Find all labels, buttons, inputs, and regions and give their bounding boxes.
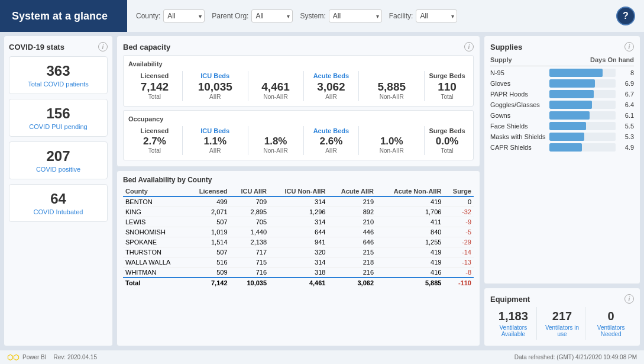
occ-header-2 xyxy=(251,127,301,134)
table-row-county: LEWIS xyxy=(123,217,187,227)
facility-select[interactable]: All xyxy=(416,9,457,22)
supply-bar-container xyxy=(549,79,616,88)
table-row-icu-aiir: 716 xyxy=(230,268,270,278)
stat-card-3: 64 COVID Intubated xyxy=(9,184,108,222)
county-select-wrapper[interactable]: All ▾ xyxy=(163,9,205,22)
table-row-surge: -8 xyxy=(444,268,474,278)
avail-value-2: 4,461 xyxy=(251,80,301,94)
table-row-licensed: 516 xyxy=(187,257,230,268)
county-select[interactable]: All xyxy=(163,9,205,22)
equipment-title: Equipment xyxy=(490,295,530,304)
covid-stats-info-icon[interactable]: i xyxy=(98,42,108,51)
bed-capacity-info-icon[interactable]: i xyxy=(464,42,474,51)
supply-bar xyxy=(549,122,586,130)
supply-name: CAPR Shields xyxy=(490,144,549,151)
occ-value-1: 1.1% xyxy=(185,136,245,147)
occ-header-1: ICU Beds xyxy=(185,127,245,134)
equip-label-1[interactable]: Ventilators in use xyxy=(541,324,584,337)
table-row-acute-aiir: 892 xyxy=(328,207,376,217)
avail-cell-5: Surge Beds 110 Total xyxy=(426,71,468,101)
facility-select-wrapper[interactable]: All ▾ xyxy=(416,9,457,22)
availability-title: Availability xyxy=(128,60,468,67)
col-acute-aiir: Acute AIIR xyxy=(328,186,376,197)
table-row-licensed: 1,019 xyxy=(187,227,230,237)
occ-sub-1: AIIR xyxy=(185,147,245,154)
table-row-acute-aiir: 218 xyxy=(328,257,376,268)
supplies-title: Supplies xyxy=(490,43,522,51)
table-row-acute-non: 419 xyxy=(376,197,444,207)
table-row-icu-non: 4,461 xyxy=(269,278,328,288)
avail-header-0: Licensed xyxy=(130,72,180,79)
footer-rev: Rev: 2020.04.15 xyxy=(54,354,97,360)
table-row-surge: -9 xyxy=(444,217,474,227)
occ-cell-1: ICU Beds 1.1% AIIR xyxy=(184,126,247,155)
table-row-icu-aiir: 709 xyxy=(230,197,270,207)
stat-card-0: 363 Total COVID patients xyxy=(9,56,108,94)
parent-org-filter-group: Parent Org: All ▾ xyxy=(212,9,293,22)
filter-bar: County: All ▾ Parent Org: All ▾ System: xyxy=(127,0,644,32)
footer: ⬡⬡ Power BI Rev: 2020.04.15 Data refresh… xyxy=(0,350,644,364)
table-row-county: SPOKANE xyxy=(123,237,187,247)
col-surge: Surge xyxy=(444,186,474,197)
occ-cell-5: Surge Beds 0.0% Total xyxy=(426,126,468,155)
supply-bar-container xyxy=(549,122,616,130)
supplies-info-icon[interactable]: i xyxy=(624,42,634,51)
table-row-acute-aiir: 216 xyxy=(328,268,376,278)
table-row-icu-aiir: 715 xyxy=(230,257,270,268)
stat-card-1: 156 COVID PUI pending xyxy=(9,99,108,137)
county-table: County Licensed ICU AIIR ICU Non-AIIR Ac… xyxy=(123,186,474,288)
help-button[interactable]: ? xyxy=(616,7,635,25)
table-row-licensed: 509 xyxy=(187,268,230,278)
col-acute-non: Acute Non-AIIR xyxy=(376,186,444,197)
system-label: System: xyxy=(300,12,325,20)
avail-header-5: Surge Beds xyxy=(427,72,467,79)
occupancy-title: Occupancy xyxy=(128,115,468,123)
occ-value-2: 1.8% xyxy=(251,136,301,147)
stat-value-2: 207 xyxy=(15,148,101,165)
equip-label-0[interactable]: Ventilators Available xyxy=(491,324,535,337)
table-row-acute-non: 411 xyxy=(376,217,444,227)
table-row-acute-aiir: 446 xyxy=(328,227,376,237)
right-panel: Supplies i Supply Days On hand N-95 8 Gl… xyxy=(484,36,640,346)
equipment-info-icon[interactable]: i xyxy=(624,294,634,304)
system-select[interactable]: All xyxy=(329,9,382,22)
supply-bar xyxy=(549,133,584,141)
table-row-icu-non: 314 xyxy=(269,217,328,227)
table-row-icu-non: 314 xyxy=(269,257,328,268)
stat-label-3[interactable]: COVID Intubated xyxy=(15,208,101,215)
col-county: County xyxy=(123,186,187,197)
facility-filter-group: Facility: All ▾ xyxy=(389,9,458,22)
parent-org-label: Parent Org: xyxy=(212,12,248,20)
table-row-icu-aiir: 1,440 xyxy=(230,227,270,237)
stat-label-0[interactable]: Total COVID patients xyxy=(15,80,101,88)
supply-value: 8 xyxy=(619,69,634,76)
avail-sub-4: Non-AIIR xyxy=(361,94,422,100)
avail-sub-2: Non-AIIR xyxy=(251,94,301,100)
supply-name: Goggles/Glasses xyxy=(490,101,549,108)
avail-header-4 xyxy=(361,72,422,79)
avail-value-1: 10,035 xyxy=(185,80,245,94)
stat-label-1[interactable]: COVID PUI pending xyxy=(15,123,101,130)
avail-sub-0: Total xyxy=(130,94,180,100)
supply-bar xyxy=(549,79,595,88)
table-row-county: WALLA WALLA xyxy=(123,257,187,268)
days-col-header: Days On hand xyxy=(590,56,634,63)
equip-label-2[interactable]: Ventilators Needed xyxy=(589,324,633,337)
stat-label-2[interactable]: COVID positive xyxy=(15,166,101,173)
table-row-icu-non: 941 xyxy=(269,237,328,247)
system-select-wrapper[interactable]: All ▾ xyxy=(329,9,382,22)
supply-value: 6.9 xyxy=(619,80,634,87)
supply-name: Masks with Shields xyxy=(490,133,549,140)
occ-sub-5: Total xyxy=(427,147,467,154)
supply-name: Gloves xyxy=(490,80,549,87)
supply-row: CAPR Shields 4.9 xyxy=(490,143,634,152)
col-icu-non: ICU Non-AIIR xyxy=(269,186,328,197)
occ-sub-0: Total xyxy=(130,147,180,154)
parent-org-select-wrapper[interactable]: All ▾ xyxy=(251,9,293,22)
supply-bar-container xyxy=(549,101,616,109)
parent-org-select[interactable]: All xyxy=(251,9,293,22)
supply-row: Gloves 6.9 xyxy=(490,79,634,88)
table-row-licensed: 507 xyxy=(187,217,230,227)
covid-stats-header: COVID-19 stats i xyxy=(9,42,108,51)
supply-row: PAPR Hoods 6.7 xyxy=(490,90,634,98)
